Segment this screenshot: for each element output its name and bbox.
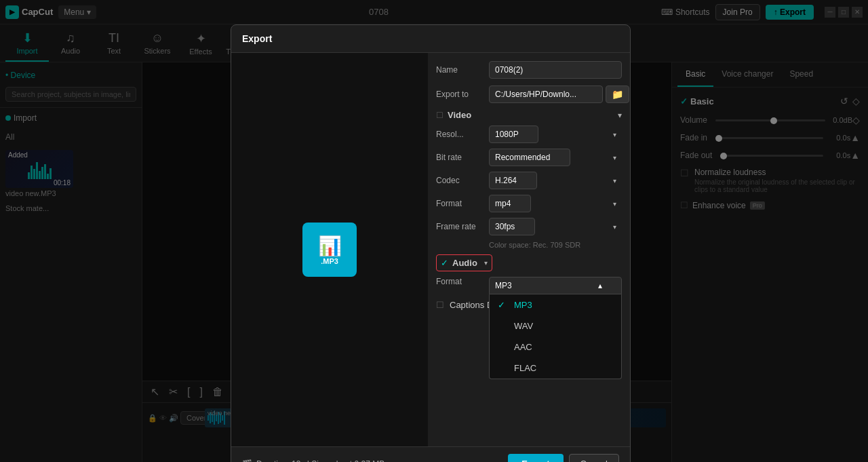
codec-arrow-icon: ▾ <box>613 177 616 185</box>
dialog-preview: 📊 .MP3 <box>231 53 428 446</box>
audio-toggle-icon[interactable]: ▾ <box>484 259 488 267</box>
video-format-select-wrapper: mp4 ▾ <box>489 195 622 212</box>
framerate-label: Frame rate <box>436 222 484 231</box>
bitrate-label: Bit rate <box>436 153 484 162</box>
format-option-wav[interactable]: ✓ WAV <box>490 315 621 336</box>
format-label-flac: FLAC <box>514 363 536 373</box>
codec-row: Codec H.264 ▾ <box>436 172 622 189</box>
audio-section-header: ✓ Audio ▾ <box>436 254 492 271</box>
video-format-arrow-icon: ▾ <box>613 200 616 208</box>
format-option-flac[interactable]: ✓ FLAC <box>490 358 621 379</box>
resolution-arrow-icon: ▾ <box>613 131 616 138</box>
audio-label: Audio <box>452 258 477 268</box>
format-label-wav: WAV <box>514 321 533 331</box>
mp3-preview: 📊 .MP3 <box>302 223 357 277</box>
audio-format-selected[interactable]: MP3 ▴ <box>489 277 622 294</box>
codec-select[interactable]: H.264 <box>489 172 537 189</box>
dialog-overlay: Export 📊 .MP3 Name <box>0 0 868 462</box>
format-option-mp3[interactable]: ✓ MP3 <box>490 294 621 315</box>
dialog-body: 📊 .MP3 Name Export to <box>231 53 630 446</box>
dialog-settings: Name Export to 📁 ☐ Video ▾ <box>428 53 630 446</box>
video-format-select[interactable]: mp4 <box>489 195 531 212</box>
audio-format-label: Format <box>436 277 484 286</box>
resolution-select[interactable]: 1080P <box>489 126 538 143</box>
codec-label: Codec <box>436 176 484 185</box>
name-input[interactable] <box>489 61 622 79</box>
video-section-header: ☐ Video ▾ <box>436 110 622 120</box>
format-check-mp3: ✓ <box>498 300 509 310</box>
name-label: Name <box>436 65 484 75</box>
export-to-label: Export to <box>436 90 484 99</box>
captions-checkbox[interactable]: ☐ <box>436 300 444 310</box>
captions-label: Captions D <box>450 300 493 310</box>
color-space-label: Color space: Rec. 709 SDR <box>436 241 622 249</box>
framerate-arrow-icon: ▾ <box>613 223 616 231</box>
format-option-aac[interactable]: ✓ AAC <box>490 336 621 358</box>
video-format-label: Format <box>436 199 484 208</box>
bitrate-row: Bit rate Recommended ▾ <box>436 149 622 166</box>
footer-buttons: Export Cancel <box>508 454 619 462</box>
duration-text: Duration: 18s | Size: about 0.27 MB <box>256 459 384 463</box>
bitrate-arrow-icon: ▾ <box>613 154 616 161</box>
video-label: Video <box>448 110 471 120</box>
audio-format-arrow-icon: ▴ <box>598 281 602 290</box>
framerate-row: Frame rate 30fps ▾ <box>436 218 622 235</box>
resolution-label: Resol... <box>436 130 484 139</box>
bitrate-select-wrapper: Recommended ▾ <box>489 149 622 166</box>
bitrate-select[interactable]: Recommended <box>489 149 570 166</box>
export-path-group: 📁 <box>489 85 629 103</box>
audio-format-dropdown-list: ✓ MP3 ✓ WAV ✓ AAC <box>489 294 622 379</box>
film-icon: 🎬 <box>242 459 252 463</box>
mp3-icon: 📊 .MP3 <box>302 223 357 277</box>
export-dialog-button[interactable]: Export <box>508 454 563 462</box>
format-label-mp3: MP3 <box>514 300 532 310</box>
cancel-dialog-button[interactable]: Cancel <box>569 454 619 462</box>
audio-checkbox[interactable]: ✓ <box>441 258 448 268</box>
audio-format-dropdown: MP3 ▴ ✓ MP3 ✓ WAV <box>489 277 622 294</box>
resolution-select-wrapper: 1080P ▾ <box>489 126 622 143</box>
name-row: Name <box>436 61 622 79</box>
codec-select-wrapper: H.264 ▾ <box>489 172 622 189</box>
video-checkbox[interactable]: ☐ <box>436 111 443 120</box>
dialog-footer: 🎬 Duration: 18s | Size: about 0.27 MB Ex… <box>231 446 630 462</box>
framerate-select-wrapper: 30fps ▾ <box>489 218 622 235</box>
resolution-row: Resol... 1080P ▾ <box>436 126 622 143</box>
format-label-aac: AAC <box>514 342 532 352</box>
audio-format-value: MP3 <box>495 281 512 290</box>
framerate-select[interactable]: 30fps <box>489 218 535 235</box>
video-format-row: Format mp4 ▾ <box>436 195 622 212</box>
dialog-header: Export <box>231 25 630 53</box>
video-toggle-icon[interactable]: ▾ <box>618 111 622 120</box>
export-to-row: Export to 📁 <box>436 85 622 103</box>
export-dialog: Export 📊 .MP3 Name <box>231 24 631 462</box>
duration-info: 🎬 Duration: 18s | Size: about 0.27 MB <box>242 459 384 463</box>
export-path-input[interactable] <box>489 85 603 103</box>
folder-browse-button[interactable]: 📁 <box>606 85 629 103</box>
audio-format-row: Format MP3 ▴ ✓ MP3 ✓ <box>436 277 622 294</box>
audio-section-container: ✓ Audio ▾ <box>436 254 622 271</box>
